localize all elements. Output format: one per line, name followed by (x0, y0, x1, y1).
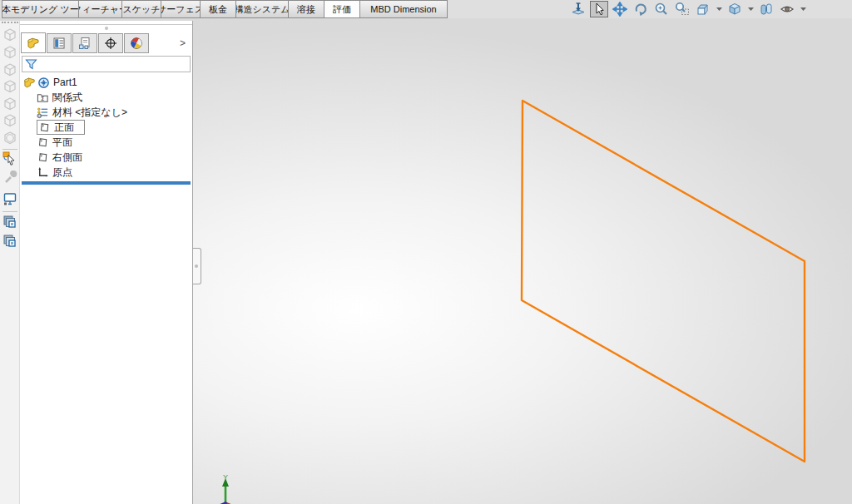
handle-grip-icon (195, 264, 198, 268)
tree-item-label: 右側面 (52, 151, 82, 165)
pan-icon[interactable] (611, 1, 629, 17)
hide-show-dropdown-icon[interactable] (799, 1, 807, 17)
tree-item-front-plane[interactable]: 正面 (20, 120, 192, 135)
dimxpert-icon (104, 37, 117, 50)
filter-bar (22, 56, 191, 72)
selected-item-box: 正面 (37, 120, 85, 135)
tree-item-origin[interactable]: 原点 (20, 165, 192, 180)
origin-icon (37, 166, 49, 179)
tab-structure-system[interactable]: 構造システム (235, 0, 289, 18)
tree-item-part1[interactable]: Part1 (20, 75, 192, 90)
tree-item-equations[interactable]: Σ 関係式 (20, 90, 192, 105)
tab-sketch[interactable]: スケッチ (121, 0, 161, 18)
normal-to-icon[interactable] (569, 1, 587, 17)
copy-settings-icon[interactable] (2, 215, 17, 230)
material-icon (37, 106, 49, 119)
section-view-icon[interactable] (757, 1, 775, 17)
view-cube-6-icon[interactable] (2, 113, 17, 128)
view-cube-sphere-icon[interactable] (2, 131, 17, 146)
filter-input[interactable] (37, 57, 190, 71)
left-toolbar-strip (0, 21, 20, 504)
tree-item-top-plane[interactable]: 平面 (20, 135, 192, 150)
tree-item-label: Part1 (53, 77, 77, 88)
equations-folder-icon: Σ (37, 91, 49, 104)
tab-dimxpertmanager[interactable] (98, 33, 123, 53)
tab-surfaces[interactable]: サーフェス (161, 0, 201, 18)
tab-featuremanager-tree[interactable] (21, 32, 46, 53)
panel-tab-row: > (20, 32, 192, 53)
tree-item-right-plane[interactable]: 右側面 (20, 150, 192, 165)
displaymanager-icon (130, 37, 143, 50)
panel-tabs-overflow-arrow[interactable]: > (180, 33, 186, 53)
display-style-icon[interactable] (726, 1, 744, 17)
filter-funnel-icon[interactable] (25, 58, 37, 71)
tab-mbd-dimension[interactable]: MBD Dimension (359, 0, 448, 18)
tree-item-label: 原点 (52, 166, 72, 180)
featuremanager-icon (27, 37, 40, 50)
tree-item-label: 材料 <指定なし> (52, 106, 127, 120)
tree-item-label: 平面 (52, 136, 72, 150)
feature-tree: Part1 Σ 関係式 (20, 75, 192, 180)
paste-settings-icon[interactable] (2, 234, 17, 249)
select-tool-icon[interactable] (2, 151, 17, 166)
left-dock: > (0, 21, 202, 504)
display-settings-icon[interactable] (2, 191, 17, 206)
plane-icon (37, 136, 49, 149)
wrench-icon[interactable] (2, 170, 17, 185)
tab-sheet-metal[interactable]: 板金 (200, 0, 236, 18)
tab-evaluate[interactable]: 評価 (324, 0, 360, 18)
rotate-view-icon[interactable] (632, 1, 650, 17)
splitter-grip-icon (105, 27, 108, 30)
zoom-fit-icon[interactable] (652, 1, 671, 17)
propertymanager-icon (52, 37, 66, 50)
configurations-icon (78, 37, 92, 50)
view-orientation-dropdown-icon[interactable] (715, 1, 723, 17)
origin-triad: Y X Z (200, 473, 250, 504)
tree-item-label: 正面 (54, 121, 74, 135)
part-state-gear-icon (37, 77, 50, 89)
select-cursor-icon[interactable] (590, 1, 608, 17)
panel-splitter[interactable] (20, 21, 192, 32)
app-window: Y X Z 基本モデリング ツール フィーチャー スケッチ サーフェス 板金 構… (0, 0, 852, 504)
part-icon (23, 77, 36, 89)
rollback-bar[interactable] (22, 181, 191, 185)
tab-configurations[interactable] (72, 33, 97, 53)
toolbar-drag-handle[interactable] (2, 22, 18, 23)
svg-text:Σ: Σ (41, 95, 44, 102)
featuremanager-panel: > (20, 21, 193, 504)
tab-displaymanager[interactable] (124, 33, 149, 53)
view-cube-1-icon[interactable] (2, 27, 17, 42)
tab-basic-modeling-tools[interactable]: 基本モデリング ツール (2, 0, 79, 18)
tab-weldments[interactable]: 溶接 (288, 0, 324, 18)
tab-features[interactable]: フィーチャー (78, 0, 122, 18)
hide-show-items-icon[interactable] (778, 1, 796, 17)
strip-separator (2, 149, 17, 150)
display-style-dropdown-icon[interactable] (746, 1, 755, 17)
front-plane-outline[interactable] (522, 101, 805, 462)
zoom-area-icon[interactable] (673, 1, 691, 17)
plane-icon (38, 121, 51, 134)
view-cube-2-icon[interactable] (2, 45, 17, 60)
view-orientation-icon[interactable] (694, 1, 712, 17)
tab-propertymanager[interactable] (47, 33, 72, 53)
tree-item-label: 関係式 (52, 91, 82, 105)
plane-icon (37, 151, 49, 164)
triad-y-label: Y (223, 473, 228, 482)
strip-separator (2, 211, 17, 212)
tree-item-material[interactable]: 材料 <指定なし> (20, 105, 192, 120)
view-cube-5-icon[interactable] (2, 96, 17, 111)
panel-collapse-handle[interactable] (193, 248, 201, 284)
heads-up-view-toolbar (569, 0, 807, 18)
view-cube-3-icon[interactable] (2, 62, 17, 77)
view-cube-4-icon[interactable] (2, 79, 17, 94)
